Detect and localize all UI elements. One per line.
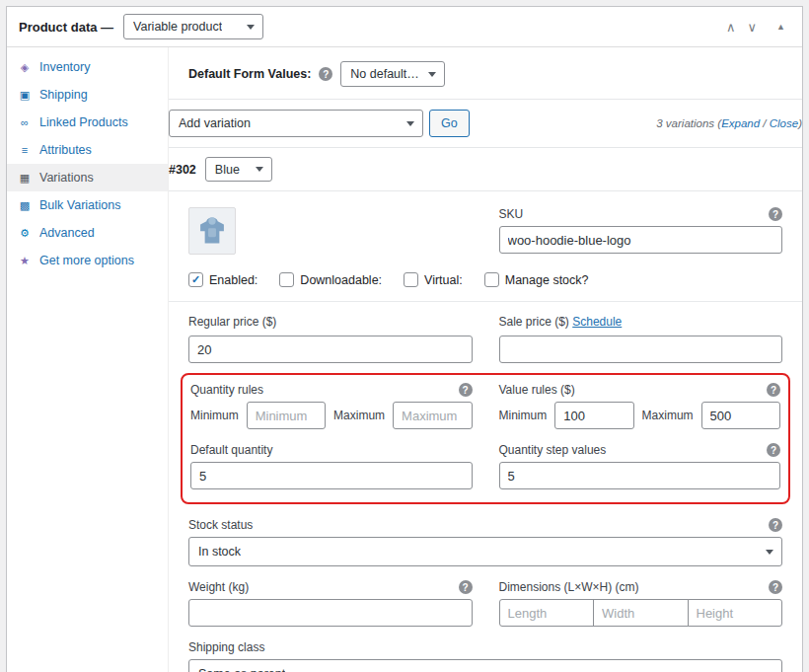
add-variation-select[interactable]: Add variation xyxy=(169,110,423,137)
weight-label: Weight (kg) xyxy=(188,580,249,594)
tab-inventory[interactable]: ◈ Inventory xyxy=(7,53,168,81)
chevron-down-icon xyxy=(766,550,773,559)
manage-stock-label: Manage stock? xyxy=(505,273,589,287)
inventory-icon: ◈ xyxy=(18,61,32,74)
expand-all-link[interactable]: Expand xyxy=(721,117,760,129)
help-icon[interactable]: ? xyxy=(769,580,782,594)
chevron-down-icon xyxy=(247,25,255,34)
downloadable-checkbox[interactable] xyxy=(279,272,294,287)
virtual-option[interactable]: Virtual: xyxy=(404,272,463,287)
variation-id: #302 xyxy=(169,163,196,177)
value-rules-label-row: Value rules ($) ? xyxy=(499,383,781,397)
tab-shipping[interactable]: ▣ Shipping xyxy=(7,81,168,109)
height-input[interactable] xyxy=(688,599,783,627)
move-up-button[interactable]: ∧ xyxy=(721,18,741,37)
go-button[interactable]: Go xyxy=(429,110,470,137)
help-icon[interactable]: ? xyxy=(459,383,473,397)
variations-count: 3 variations xyxy=(656,117,714,129)
sku-label: SKU xyxy=(499,207,524,221)
manage-stock-checkbox[interactable] xyxy=(484,272,499,287)
tab-advanced[interactable]: ⚙ Advanced xyxy=(7,219,168,247)
weight-input[interactable] xyxy=(188,599,473,627)
schedule-link[interactable]: Schedule xyxy=(572,315,622,329)
virtual-checkbox[interactable] xyxy=(404,272,418,287)
dimensions-label-row: Dimensions (L×W×H) (cm) ? xyxy=(499,580,783,594)
gear-icon: ⚙ xyxy=(18,227,32,240)
move-down-button[interactable]: ∨ xyxy=(743,18,763,37)
sale-price-label-row: Sale price ($) Schedule xyxy=(499,315,783,329)
shipping-class-select[interactable]: Same as parent xyxy=(188,659,782,672)
tab-label: Bulk Variations xyxy=(39,198,120,212)
downloadable-label: Downloadable: xyxy=(300,273,382,287)
quantity-minimum-input[interactable] xyxy=(247,402,326,429)
help-icon[interactable]: ? xyxy=(769,518,782,532)
quantity-maximum-label: Maximum xyxy=(333,409,385,422)
value-maximum-input[interactable] xyxy=(701,402,780,429)
shipping-class-field: Shipping class Same as parent xyxy=(188,640,782,672)
product-data-tabs: ◈ Inventory ▣ Shipping ∞ Linked Products… xyxy=(7,47,169,672)
weight-label-row: Weight (kg) ? xyxy=(188,580,473,594)
variation-color-select[interactable]: Blue xyxy=(205,157,272,182)
quantity-step-input[interactable] xyxy=(499,462,781,489)
sku-input[interactable] xyxy=(499,226,783,254)
quantity-rules-label-row: Quantity rules ? xyxy=(190,383,473,397)
chevron-down-icon xyxy=(406,121,414,130)
help-icon[interactable]: ? xyxy=(767,383,780,397)
value-minimum-input[interactable] xyxy=(554,402,633,429)
close-all-link[interactable]: Close xyxy=(770,117,798,129)
stock-status-select[interactable]: In stock xyxy=(188,537,782,566)
list-icon: ≡ xyxy=(18,144,32,156)
enabled-checkbox[interactable] xyxy=(188,272,203,287)
link-icon: ∞ xyxy=(18,116,32,128)
value-rules-label: Value rules ($) xyxy=(499,383,575,397)
product-data-metabox: Product data — Variable product ∧ ∨ ▲ ◈ … xyxy=(6,6,803,672)
length-input[interactable] xyxy=(499,599,595,627)
quantity-step-label: Quantity step values xyxy=(499,443,607,457)
virtual-label: Virtual: xyxy=(424,273,463,287)
default-color-select[interactable]: No default Color... xyxy=(340,61,445,87)
rules-row: Quantity rules ? Minimum Maximum xyxy=(190,383,780,429)
tab-linked-products[interactable]: ∞ Linked Products xyxy=(7,109,168,136)
help-icon[interactable]: ? xyxy=(319,67,332,81)
tab-variations[interactable]: ▦ Variations xyxy=(7,164,168,191)
stock-status-label-row: Stock status ? xyxy=(188,518,782,532)
quantity-maximum-input[interactable] xyxy=(393,402,472,429)
regular-price-input[interactable] xyxy=(188,336,473,363)
star-icon: ★ xyxy=(18,255,32,267)
tab-label: Inventory xyxy=(39,60,90,74)
variation-image-thumbnail[interactable] xyxy=(188,207,236,255)
metabox-title: Product data — xyxy=(19,20,113,35)
quantity-rules-fields: Minimum Maximum xyxy=(190,402,473,429)
manage-stock-option[interactable]: Manage stock? xyxy=(484,272,589,287)
tab-label: Shipping xyxy=(39,88,88,102)
defaults-row: Default quantity Quantity step values ? xyxy=(190,443,780,489)
help-icon[interactable]: ? xyxy=(769,207,782,221)
default-quantity-label: Default quantity xyxy=(190,443,272,457)
help-icon[interactable]: ? xyxy=(767,443,780,457)
tab-bulk-variations[interactable]: ▩ Bulk Variations xyxy=(7,191,168,219)
sale-price-input[interactable] xyxy=(499,336,783,363)
enabled-label: Enabled: xyxy=(209,273,257,287)
default-quantity-input[interactable] xyxy=(190,462,473,489)
tab-label: Linked Products xyxy=(39,115,128,129)
toggle-panel-button[interactable]: ▲ xyxy=(772,20,790,34)
quantity-rules-highlight-annotation: Quantity rules ? Minimum Maximum xyxy=(181,373,790,504)
product-type-select[interactable]: Variable product xyxy=(123,14,263,39)
metabox-header: Product data — Variable product ∧ ∨ ▲ xyxy=(7,7,802,47)
chevron-down-icon xyxy=(256,167,263,176)
sku-label-row: SKU ? xyxy=(499,207,783,221)
default-quantity-label-row: Default quantity xyxy=(190,443,473,457)
stock-status-field: Stock status ? In stock xyxy=(188,518,782,566)
grid-icon: ▦ xyxy=(18,172,32,185)
variation-row-header-302[interactable]: #302 Blue xyxy=(169,148,802,191)
dimensions-inputs xyxy=(499,599,783,627)
enabled-option[interactable]: Enabled: xyxy=(188,272,257,287)
tab-get-more-options[interactable]: ★ Get more options xyxy=(7,247,168,274)
help-icon[interactable]: ? xyxy=(459,580,473,594)
default-form-values-label: Default Form Values: xyxy=(188,67,311,81)
regular-price-label: Regular price ($) xyxy=(188,315,276,329)
image-sku-row: SKU ? xyxy=(188,207,782,255)
tab-attributes[interactable]: ≡ Attributes xyxy=(7,136,168,164)
width-input[interactable] xyxy=(593,599,689,627)
downloadable-option[interactable]: Downloadable: xyxy=(279,272,382,287)
